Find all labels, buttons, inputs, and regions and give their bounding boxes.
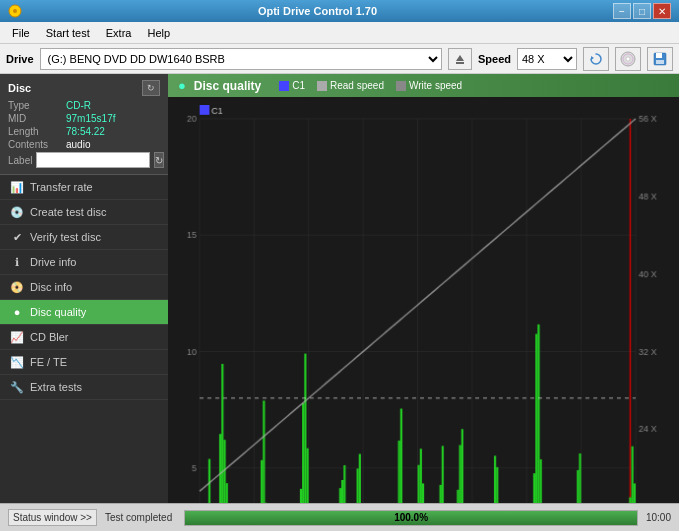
c1-color-box — [279, 81, 289, 91]
contents-value: audio — [66, 139, 160, 150]
menu-extra[interactable]: Extra — [98, 25, 140, 41]
maximize-button[interactable]: □ — [633, 3, 651, 19]
verify-test-disc-icon: ✔ — [10, 230, 24, 244]
label-refresh-button[interactable]: ↻ — [154, 152, 164, 168]
create-test-disc-icon: 💿 — [10, 205, 24, 219]
status-text: Test completed — [105, 512, 176, 523]
read-speed-color-box — [317, 81, 327, 91]
speed-select[interactable]: 48 X — [517, 48, 577, 70]
cd-bler-icon: 📈 — [10, 330, 24, 344]
progress-text: 100.0% — [185, 511, 637, 525]
transfer-rate-icon: 📊 — [10, 180, 24, 194]
sidebar-item-label: Verify test disc — [30, 231, 101, 243]
sidebar-item-verify-test-disc[interactable]: ✔ Verify test disc — [0, 225, 168, 250]
svg-point-6 — [626, 57, 630, 61]
svg-rect-10 — [656, 60, 664, 64]
label-input[interactable] — [36, 152, 150, 168]
label-key: Label — [8, 155, 32, 166]
sidebar-item-disc-info[interactable]: 📀 Disc info — [0, 275, 168, 300]
type-key: Type — [8, 100, 66, 111]
drive-select[interactable]: (G:) BENQ DVD DD DW1640 BSRB — [40, 48, 442, 70]
svg-marker-4 — [591, 56, 594, 60]
disc-icon — [620, 51, 636, 67]
menu-start-test[interactable]: Start test — [38, 25, 98, 41]
extra-tests-icon: 🔧 — [10, 380, 24, 394]
legend-c1: C1 — [279, 80, 305, 91]
disc-header-label: Disc — [8, 82, 31, 94]
sidebar-item-label: FE / TE — [30, 356, 67, 368]
quality-title: Disc quality — [194, 79, 261, 93]
menu-help[interactable]: Help — [139, 25, 178, 41]
sidebar-item-disc-quality[interactable]: ● Disc quality — [0, 300, 168, 325]
disc-panel: Disc ↻ Type CD-R MID 97m15s17f Length 78… — [0, 74, 168, 175]
write-speed-color-box — [396, 81, 406, 91]
sidebar-item-extra-tests[interactable]: 🔧 Extra tests — [0, 375, 168, 400]
legend-read-label: Read speed — [330, 80, 384, 91]
sidebar-item-transfer-rate[interactable]: 📊 Transfer rate — [0, 175, 168, 200]
progress-bar: 100.0% — [184, 510, 638, 526]
menu-bar: File Start test Extra Help — [0, 22, 679, 44]
status-window-button[interactable]: Status window >> — [8, 509, 97, 526]
eject-button[interactable] — [448, 48, 472, 70]
disc-read-button[interactable] — [615, 47, 641, 71]
type-value: CD-R — [66, 100, 160, 111]
drive-info-icon: ℹ — [10, 255, 24, 269]
mid-value: 97m15s17f — [66, 113, 160, 124]
disc-quality-icon: ● — [10, 305, 24, 319]
svg-point-1 — [13, 9, 17, 13]
sidebar-item-label: Transfer rate — [30, 181, 93, 193]
sidebar-item-label: Extra tests — [30, 381, 82, 393]
close-button[interactable]: ✕ — [653, 3, 671, 19]
drive-bar: Drive (G:) BENQ DVD DD DW1640 BSRB Speed… — [0, 44, 679, 74]
sidebar-item-label: CD Bler — [30, 331, 69, 343]
quality-header: ● Disc quality C1 Read speed Write speed — [168, 74, 679, 97]
svg-marker-2 — [456, 55, 464, 61]
eject-icon — [454, 53, 466, 65]
refresh-icon — [589, 52, 603, 66]
svg-rect-3 — [456, 62, 464, 64]
disc-info-icon: 📀 — [10, 280, 24, 294]
sidebar-item-drive-info[interactable]: ℹ Drive info — [0, 250, 168, 275]
c1-chart — [172, 101, 675, 503]
length-value: 78:54.22 — [66, 126, 160, 137]
drive-label: Drive — [6, 53, 34, 65]
app-icon — [8, 4, 22, 18]
charts-area — [168, 97, 679, 503]
legend: C1 Read speed Write speed — [279, 80, 462, 91]
status-bar: Status window >> Test completed 100.0% 1… — [0, 503, 679, 531]
main-layout: Disc ↻ Type CD-R MID 97m15s17f Length 78… — [0, 74, 679, 503]
sidebar: Disc ↻ Type CD-R MID 97m15s17f Length 78… — [0, 74, 168, 503]
refresh-button[interactable] — [583, 47, 609, 71]
status-time: 10:00 — [646, 512, 671, 523]
sidebar-item-label: Disc info — [30, 281, 72, 293]
legend-write-speed: Write speed — [396, 80, 462, 91]
menu-file[interactable]: File — [4, 25, 38, 41]
save-icon — [653, 52, 667, 66]
disc-refresh-button[interactable]: ↻ — [142, 80, 160, 96]
mid-key: MID — [8, 113, 66, 124]
sidebar-item-label: Create test disc — [30, 206, 106, 218]
legend-c1-label: C1 — [292, 80, 305, 91]
svg-rect-9 — [656, 53, 662, 58]
sidebar-item-label: Disc quality — [30, 306, 86, 318]
save-button[interactable] — [647, 47, 673, 71]
sidebar-item-cd-bler[interactable]: 📈 CD Bler — [0, 325, 168, 350]
fe-te-icon: 📉 — [10, 355, 24, 369]
sidebar-item-create-test-disc[interactable]: 💿 Create test disc — [0, 200, 168, 225]
length-key: Length — [8, 126, 66, 137]
sidebar-item-label: Drive info — [30, 256, 76, 268]
quality-icon: ● — [178, 78, 186, 93]
minimize-button[interactable]: − — [613, 3, 631, 19]
legend-write-label: Write speed — [409, 80, 462, 91]
app-title: Opti Drive Control 1.70 — [22, 5, 613, 17]
title-bar: Opti Drive Control 1.70 − □ ✕ — [0, 0, 679, 22]
legend-read-speed: Read speed — [317, 80, 384, 91]
speed-label: Speed — [478, 53, 511, 65]
sidebar-item-fe-te[interactable]: 📉 FE / TE — [0, 350, 168, 375]
content-area: ● Disc quality C1 Read speed Write speed — [168, 74, 679, 503]
contents-key: Contents — [8, 139, 66, 150]
